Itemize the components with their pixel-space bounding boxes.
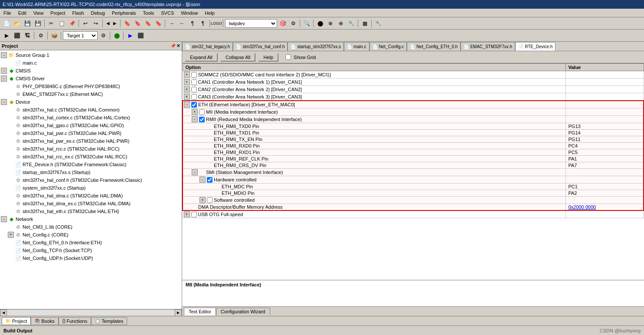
- tree-item-0[interactable]: -📁Source Group 1: [1, 51, 181, 59]
- menu-item-view[interactable]: View: [30, 10, 47, 16]
- value-cell-9[interactable]: PG11: [566, 136, 644, 143]
- cfg-expand-18[interactable]: +: [199, 197, 206, 203]
- flash-btn[interactable]: ⬤: [112, 31, 121, 40]
- cfg-expand-1[interactable]: +: [184, 79, 190, 85]
- cfg-checkbox-3[interactable]: [191, 94, 197, 100]
- value-cell-10[interactable]: PC4: [566, 143, 644, 149]
- manage-btn[interactable]: ⚙: [98, 31, 108, 40]
- value-cell-8[interactable]: PG14: [566, 130, 644, 136]
- unindent-btn[interactable]: ←: [177, 19, 187, 28]
- tree-item-1[interactable]: 📄main.c: [1, 59, 181, 67]
- value-cell-7[interactable]: PG13: [566, 123, 644, 130]
- pin-icon[interactable]: 📌: [170, 43, 176, 48]
- tree-expand-3[interactable]: -: [1, 76, 7, 82]
- tree-item-16[interactable]: ⚙stm32f7xx_hal_conf.h (STM32Cube Framewo…: [1, 176, 181, 184]
- value-cell-16[interactable]: PC1: [566, 184, 644, 190]
- cfg-expand-3[interactable]: +: [184, 94, 190, 100]
- cmd-btn[interactable]: 🔧: [347, 19, 356, 28]
- build-btn[interactable]: 🏗: [23, 31, 32, 40]
- cut-btn[interactable]: ✂: [46, 19, 56, 28]
- run-btn[interactable]: ▶: [2, 31, 11, 40]
- copy-btn[interactable]: 📋: [57, 19, 66, 28]
- bookmark4-btn[interactable]: 🔖: [154, 19, 163, 28]
- close-panel-icon[interactable]: ✕: [177, 43, 180, 48]
- tree-item-20[interactable]: ⚙stm32f7xx_hal_eth.c (STM32Cube HAL:ETH): [1, 207, 181, 215]
- editor-tab-0[interactable]: Text Editor: [184, 308, 216, 315]
- tree-item-23[interactable]: +⚙Net_Config.c (CORE): [1, 231, 181, 239]
- stop2-btn[interactable]: ⬛: [12, 31, 22, 40]
- format-btn[interactable]: ¶: [188, 19, 197, 28]
- menu-item-help[interactable]: Help: [201, 10, 218, 16]
- view-btn[interactable]: ▦: [360, 19, 369, 28]
- target-select[interactable]: Target 1: [63, 31, 98, 40]
- tree-item-4[interactable]: ⚙PHY_DP83848C.c (Ethernet PHY:DP83848C): [1, 82, 181, 90]
- menu-item-window[interactable]: Window: [177, 10, 201, 16]
- tree-item-22[interactable]: ⚙Net_CM3_L.lib (CORE): [1, 223, 181, 231]
- value-cell-11[interactable]: PC5: [566, 149, 644, 156]
- tab-7[interactable]: 📄RTE_Device.h: [515, 42, 556, 51]
- collapse-all-btn[interactable]: Collapse All: [220, 53, 255, 62]
- tab-1[interactable]: 📄stm32f7xx_hal_conf.h: [233, 42, 288, 51]
- tree-item-15[interactable]: 📄startup_stm32f767xx.s (Startup): [1, 168, 181, 176]
- editor-tab-1[interactable]: Configuration Wizard: [216, 308, 270, 315]
- cfg-checkbox-1[interactable]: [191, 79, 197, 85]
- bookmark-btn[interactable]: 🔖: [122, 19, 132, 28]
- menu-item-svcs[interactable]: SVCS: [157, 10, 177, 16]
- cfg-expand-4[interactable]: -: [184, 102, 190, 108]
- menu-item-tools[interactable]: Tools: [140, 10, 158, 16]
- indent-btn[interactable]: →: [167, 19, 177, 28]
- cfg-checkbox-0[interactable]: [191, 72, 197, 78]
- tree-item-3[interactable]: -◆CMSIS Driver: [1, 75, 181, 82]
- cfg-checkbox-15[interactable]: [207, 177, 212, 183]
- tree-item-13[interactable]: ⚙stm32f7xx_hal_rcc_ex.c (STM32Cube HAL:R…: [1, 153, 181, 161]
- cfg-checkbox-4[interactable]: [191, 102, 197, 108]
- value-cell-17[interactable]: PA2: [566, 190, 644, 197]
- component-btn[interactable]: 📦: [49, 31, 59, 40]
- back-btn[interactable]: ◀: [105, 20, 111, 26]
- menu-item-edit[interactable]: Edit: [15, 10, 30, 16]
- tree-item-26[interactable]: 📄Net_Config_UDP.h (Socket:UDP): [1, 254, 181, 262]
- tree-item-21[interactable]: -◆Network: [1, 215, 181, 223]
- tree-item-2[interactable]: -◆CMSIS: [1, 67, 181, 75]
- bottom-tab-2[interactable]: {}Functions: [59, 317, 91, 325]
- stop-btn[interactable]: ⊗: [326, 19, 335, 28]
- tree-item-14[interactable]: 📄RTE_Device.h (STM32Cube Framework:Class…: [1, 161, 181, 168]
- tree-item-10[interactable]: ⚙stm32f7xx_hal_pwr.c (STM32Cube HAL:PWR): [1, 129, 181, 137]
- tree-expand-6[interactable]: -: [1, 99, 7, 105]
- settings-btn[interactable]: 🔧: [373, 19, 383, 28]
- open-btn[interactable]: 📂: [12, 19, 22, 28]
- check-btn[interactable]: ⊕: [336, 19, 346, 28]
- value-cell-13[interactable]: PA7: [566, 162, 644, 169]
- tree-item-19[interactable]: ⚙stm32f7xx_hal_dma_ex.c (STM32Cube HAL:D…: [1, 200, 181, 207]
- menu-item-peripherals[interactable]: Peripherals: [108, 10, 140, 16]
- cfg-checkbox-18[interactable]: [207, 197, 212, 203]
- save-all-btn[interactable]: 💾: [33, 19, 42, 28]
- fwd-btn[interactable]: ▶: [111, 20, 118, 26]
- tree-item-25[interactable]: 📄Net_Config_TCP.h (Socket:TCP): [1, 246, 181, 254]
- tree-item-17[interactable]: 📄system_stm32f7xx.c (Startup): [1, 184, 181, 192]
- scroll-right-btn[interactable]: ▶: [175, 309, 182, 316]
- cfg-expand-0[interactable]: +: [184, 72, 190, 78]
- tree-expand-21[interactable]: -: [1, 216, 7, 222]
- circle-btn[interactable]: ⬤: [315, 19, 325, 28]
- cfg-expand-20[interactable]: +: [184, 211, 190, 217]
- bookmark2-btn[interactable]: 🔖: [133, 19, 142, 28]
- cfg-checkbox-5[interactable]: [199, 109, 205, 115]
- tree-item-9[interactable]: ⚙stm32f7xx_hal_gpio.c (STM32Cube HAL:GPI…: [1, 122, 181, 129]
- save-btn[interactable]: 💾: [23, 19, 32, 28]
- expand-all-btn[interactable]: Expand All: [185, 53, 218, 62]
- target-btn1[interactable]: 🎯: [278, 19, 288, 28]
- debug-start-btn[interactable]: ▶: [125, 31, 135, 40]
- format2-btn[interactable]: ¶: [198, 19, 208, 28]
- value-cell-19[interactable]: 0x2000 0000: [566, 204, 644, 211]
- config-content[interactable]: Option Value +SDMMC2 (SD/SDIO/MMC card h…: [182, 63, 644, 280]
- tree-item-8[interactable]: ⚙stm32f7xx_hal_cortex.c (STM32Cube HAL:C…: [1, 114, 181, 122]
- paste-btn[interactable]: 📌: [67, 19, 77, 28]
- cfg-checkbox-6[interactable]: [199, 117, 205, 122]
- help-btn[interactable]: Help: [258, 53, 278, 62]
- tree-item-7[interactable]: ⚙stm32f7xx_hal.c (STM32Cube HAL:Common): [1, 106, 181, 114]
- menu-item-flash[interactable]: Flash: [69, 10, 88, 16]
- menu-item-project[interactable]: Project: [47, 10, 69, 16]
- tab-3[interactable]: 📄main.c: [344, 42, 369, 51]
- tree-expand-0[interactable]: -: [1, 52, 7, 58]
